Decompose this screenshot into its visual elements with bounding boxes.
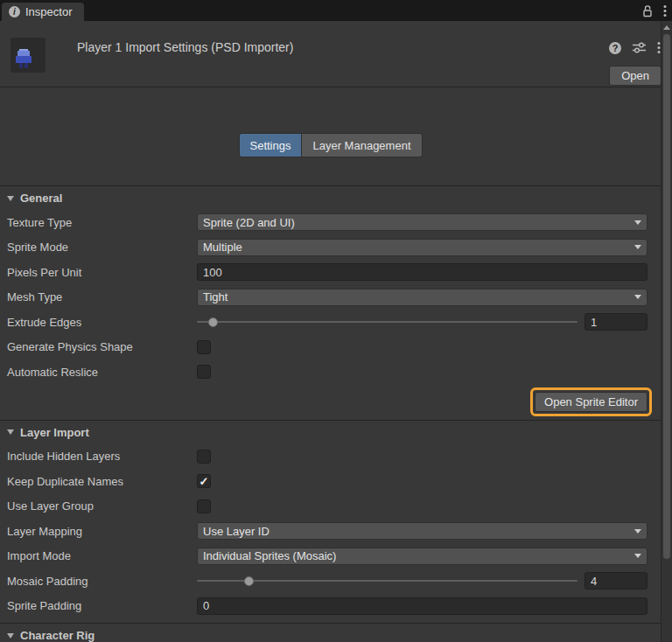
unlock-icon[interactable] — [642, 4, 653, 17]
extrude-edges-input[interactable] — [584, 313, 648, 331]
field-row-automatic-reslice: Automatic Reslice — [0, 359, 661, 385]
player-sprite-icon — [14, 49, 33, 70]
mosaic-padding-slider[interactable] — [197, 572, 578, 590]
pixels-per-unit-label: Pixels Per Unit — [7, 266, 197, 279]
foldout-arrow-icon[interactable] — [7, 633, 14, 639]
sprite-mode-label: Sprite Mode — [7, 241, 197, 254]
slider-track[interactable] — [197, 321, 578, 323]
field-row-include-hidden-layers: Include Hidden Layers — [0, 444, 661, 470]
field-row-use-layer-group: Use Layer Group — [0, 494, 661, 520]
texture-type-value: Sprite (2D and UI) — [203, 216, 295, 229]
sprite-padding-label: Sprite Padding — [7, 599, 197, 612]
foldout-arrow-icon[interactable] — [7, 429, 14, 435]
tab-layer-management[interactable]: Layer Management — [302, 133, 422, 157]
orange-highlight-annotation: Open Sprite Editor — [530, 387, 652, 416]
field-row-layer-mapping: Layer Mapping Use Layer ID — [0, 519, 661, 544]
asset-thumbnail[interactable] — [10, 38, 46, 73]
automatic-reslice-label: Automatic Reslice — [7, 366, 197, 379]
chevron-down-icon — [634, 245, 641, 249]
mesh-type-label: Mesh Type — [7, 290, 197, 304]
chevron-down-icon — [634, 295, 641, 299]
section-title: Character Rig — [20, 629, 94, 642]
mosaic-padding-input[interactable] — [584, 572, 648, 590]
layer-mapping-label: Layer Mapping — [7, 525, 197, 538]
include-hidden-layers-label: Include Hidden Layers — [7, 450, 197, 463]
pixels-per-unit-input[interactable] — [197, 263, 648, 281]
tab-kebab-menu-icon[interactable] — [663, 4, 667, 17]
presets-icon[interactable] — [633, 42, 646, 53]
field-row-sprite-mode: Sprite Mode Multiple — [0, 235, 661, 261]
page-title: Player 1 Import Settings (PSD Importer) — [77, 40, 293, 54]
titlebar-actions — [642, 0, 667, 21]
importer-tab-group: Settings Layer Management — [0, 133, 661, 157]
open-button[interactable]: Open — [609, 66, 662, 86]
section-title: General — [20, 192, 62, 205]
layer-mapping-value: Use Layer ID — [203, 525, 270, 538]
field-row-mesh-type: Mesh Type Tight — [0, 285, 661, 311]
checkmark-icon: ✓ — [200, 475, 209, 488]
field-row-sprite-padding: Sprite Padding — [0, 594, 661, 619]
slider-track[interactable] — [197, 580, 578, 582]
field-row-generate-physics-shape: Generate Physics Shape — [0, 335, 661, 360]
field-row-pixels-per-unit: Pixels Per Unit — [0, 260, 661, 285]
help-icon[interactable]: ? — [609, 42, 621, 54]
sprite-mode-value: Multiple — [203, 241, 242, 254]
field-row-mosaic-padding: Mosaic Padding — [0, 569, 661, 594]
extrude-edges-label: Extrude Edges — [7, 316, 197, 329]
section-header-character-rig[interactable]: Character Rig — [0, 623, 661, 642]
mosaic-padding-label: Mosaic Padding — [7, 575, 197, 588]
section-header-general[interactable]: General — [0, 185, 661, 210]
automatic-reslice-checkbox[interactable] — [197, 365, 211, 379]
inspector-tab[interactable]: i Inspector — [2, 3, 84, 21]
scrollbar-thumb[interactable] — [663, 34, 670, 559]
keep-duplicate-names-label: Keep Duplicate Names — [7, 475, 197, 488]
mesh-type-value: Tight — [203, 290, 228, 304]
include-hidden-layers-checkbox[interactable] — [197, 450, 211, 464]
use-layer-group-label: Use Layer Group — [7, 499, 197, 513]
unity-inspector-window: i Inspector — [0, 0, 672, 642]
sprite-padding-input[interactable] — [197, 597, 648, 615]
keep-duplicate-names-checkbox[interactable]: ✓ — [197, 474, 211, 488]
field-row-keep-duplicate-names: Keep Duplicate Names ✓ — [0, 469, 661, 494]
chevron-down-icon — [634, 554, 641, 558]
texture-type-dropdown[interactable]: Sprite (2D and UI) — [197, 213, 648, 231]
import-mode-value: Individual Sprites (Mosaic) — [203, 549, 336, 562]
inspector-body: Settings Layer Management General Textur… — [0, 133, 661, 642]
generate-physics-shape-checkbox[interactable] — [197, 340, 211, 354]
import-mode-dropdown[interactable]: Individual Sprites (Mosaic) — [197, 548, 648, 565]
inspector-header: Player 1 Import Settings (PSD Importer) … — [0, 21, 672, 87]
slider-handle[interactable] — [208, 318, 218, 327]
mesh-type-dropdown[interactable]: Tight — [197, 289, 648, 306]
chevron-down-icon — [634, 529, 641, 534]
vertical-scrollbar[interactable] — [661, 21, 672, 642]
open-sprite-editor-button[interactable]: Open Sprite Editor — [535, 392, 648, 412]
extrude-edges-slider[interactable] — [197, 313, 578, 331]
generate-physics-shape-label: Generate Physics Shape — [7, 340, 197, 353]
field-row-import-mode: Import Mode Individual Sprites (Mosaic) — [0, 544, 661, 569]
field-row-texture-type: Texture Type Sprite (2D and UI) — [0, 210, 661, 235]
layer-mapping-dropdown[interactable]: Use Layer ID — [197, 522, 648, 540]
sprite-mode-dropdown[interactable]: Multiple — [197, 239, 648, 256]
chevron-down-icon — [634, 220, 641, 225]
header-actions: ? — [609, 41, 661, 54]
section-title: Layer Import — [20, 426, 89, 439]
texture-type-label: Texture Type — [7, 216, 197, 229]
scroll-up-arrow-icon[interactable] — [663, 25, 670, 30]
import-mode-label: Import Mode — [7, 549, 197, 562]
foldout-arrow-icon[interactable] — [7, 196, 14, 201]
inspector-tab-label: Inspector — [25, 5, 72, 18]
use-layer-group-checkbox[interactable] — [197, 499, 211, 513]
titlebar: i Inspector — [0, 0, 672, 21]
slider-handle[interactable] — [244, 576, 254, 586]
sprite-editor-button-row: Open Sprite Editor — [0, 385, 661, 420]
section-header-layer-import[interactable]: Layer Import — [0, 420, 661, 444]
info-icon: i — [9, 6, 20, 17]
field-row-extrude-edges: Extrude Edges — [0, 310, 661, 335]
tab-settings[interactable]: Settings — [239, 133, 303, 157]
